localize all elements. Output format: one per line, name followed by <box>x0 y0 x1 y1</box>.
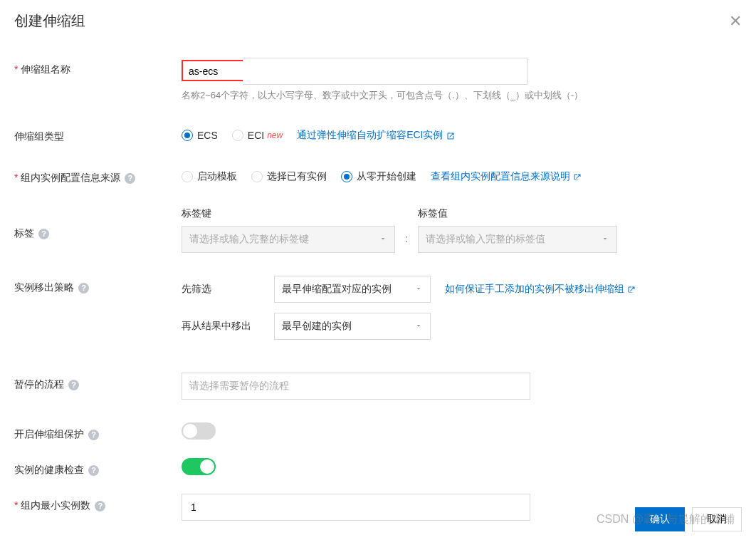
radio-icon <box>182 171 193 182</box>
chevron-down-icon <box>414 284 423 295</box>
name-label: 伸缩组名称 <box>14 63 70 76</box>
protection-toggle[interactable] <box>182 422 216 440</box>
external-link-icon <box>627 285 636 294</box>
external-link-icon <box>573 172 582 181</box>
removal-then-label: 再从结果中移出 <box>182 320 260 333</box>
removal-label: 实例移出策略 <box>14 281 74 294</box>
health-label: 实例的健康检查 <box>14 464 84 477</box>
health-toggle[interactable] <box>182 458 216 475</box>
tag-key-select[interactable]: 请选择或输入完整的标签键 <box>182 226 395 253</box>
chevron-down-icon <box>414 321 423 332</box>
radio-icon <box>232 130 243 141</box>
source-help-link[interactable]: 查看组内实例配置信息来源说明 <box>431 170 582 183</box>
min-input[interactable] <box>182 494 530 521</box>
radio-icon <box>251 171 263 182</box>
name-input-highlighted[interactable] <box>186 66 238 77</box>
source-label: 组内实例配置信息来源 <box>14 172 120 185</box>
source-radio-scratch[interactable]: 从零开始创建 <box>341 170 416 183</box>
tag-key-label: 标签键 <box>182 207 395 220</box>
help-icon[interactable]: ? <box>78 283 89 294</box>
page-title: 创建伸缩组 <box>14 11 85 31</box>
source-radio-existing[interactable]: 选择已有实例 <box>251 170 327 183</box>
help-icon[interactable]: ? <box>88 430 99 440</box>
removal-help-link[interactable]: 如何保证手工添加的实例不被移出伸缩组 <box>445 283 636 296</box>
min-label: 组内最小实例数 <box>14 499 90 512</box>
tags-label: 标签 <box>14 227 34 240</box>
type-label: 伸缩组类型 <box>14 130 64 143</box>
removal-first-select[interactable]: 最早伸缩配置对应的实例 <box>274 276 431 303</box>
help-icon[interactable]: ? <box>88 465 99 476</box>
help-icon[interactable]: ? <box>68 380 79 390</box>
source-radio-template[interactable]: 启动模板 <box>182 170 237 183</box>
chevron-down-icon <box>601 234 609 245</box>
help-icon[interactable]: ? <box>125 173 135 184</box>
help-icon[interactable]: ? <box>38 229 49 239</box>
new-badge: new <box>267 130 283 140</box>
close-icon[interactable]: ✕ <box>729 12 742 31</box>
type-eci-link[interactable]: 通过弹性伸缩自动扩缩容ECI实例 <box>297 129 454 142</box>
suspend-label: 暂停的流程 <box>14 378 64 391</box>
cancel-button[interactable]: 取消 <box>692 507 742 531</box>
toggle-knob <box>200 459 214 474</box>
name-input[interactable] <box>243 58 527 85</box>
tag-val-label: 标签值 <box>418 207 617 220</box>
removal-then-select[interactable]: 最早创建的实例 <box>274 313 431 340</box>
external-link-icon <box>446 131 455 140</box>
suspend-select[interactable]: 请选择需要暂停的流程 <box>182 373 530 400</box>
help-icon[interactable]: ? <box>95 501 105 512</box>
name-hint: 名称2~64个字符，以大小写字母、数字或中文开头，可包含点号（.）、下划线（_）… <box>182 89 742 102</box>
confirm-button[interactable]: 确认 <box>635 507 685 531</box>
radio-icon <box>182 130 193 141</box>
tag-val-select[interactable]: 请选择或输入完整的标签值 <box>418 226 617 253</box>
type-radio-eci[interactable]: ECI new <box>232 130 283 141</box>
chevron-down-icon <box>379 234 387 245</box>
protection-label: 开启伸缩组保护 <box>14 428 84 441</box>
removal-first-label: 先筛选 <box>182 283 260 296</box>
type-radio-ecs[interactable]: ECS <box>182 130 218 141</box>
name-highlight <box>182 60 246 81</box>
toggle-knob <box>183 424 197 438</box>
tag-colon: : <box>405 216 408 244</box>
radio-icon <box>341 171 352 182</box>
